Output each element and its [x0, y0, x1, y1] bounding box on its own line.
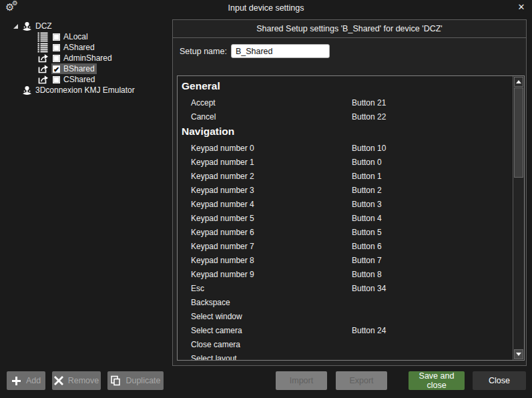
tree-item-cshared[interactable]: CShared	[0, 74, 168, 85]
tree-item-adminshared[interactable]: AdminShared	[0, 53, 168, 63]
checkbox-unchecked[interactable]	[53, 44, 60, 51]
duplicate-button[interactable]: Duplicate	[107, 371, 164, 390]
settings-row[interactable]: Select window	[178, 309, 513, 323]
export-button[interactable]: Export	[336, 371, 387, 390]
tree-item-label: DCZ	[35, 21, 52, 31]
tree-item-ashared[interactable]: AShared	[0, 42, 168, 53]
save-and-close-button-label: Save and close	[409, 371, 465, 390]
action-label: Esc	[191, 284, 204, 293]
checkbox-checked[interactable]	[53, 65, 60, 73]
action-label: Keypad number 9	[191, 270, 254, 279]
settings-row[interactable]: Keypad number 7Button 6	[178, 239, 513, 253]
action-label: Backspace	[191, 298, 230, 307]
tree-item-label: AdminShared	[63, 53, 112, 63]
checkbox-unchecked[interactable]	[53, 55, 60, 62]
settings-row[interactable]: Keypad number 8Button 7	[178, 253, 513, 267]
settings-row[interactable]: Keypad number 1Button 0	[178, 155, 513, 169]
binding-value: Button 1	[352, 172, 382, 181]
add-button[interactable]: Add	[7, 371, 45, 390]
settings-row[interactable]: AcceptButton 21	[178, 95, 513, 110]
tree-item-alocal[interactable]: ALocal	[0, 31, 168, 42]
tree-item-label: ALocal	[63, 32, 88, 41]
tree-item-selection-zone[interactable]: ALocal	[51, 31, 90, 42]
binding-value: Button 2	[352, 186, 382, 195]
panel-header: Shared Setup settings 'B_Shared' for dev…	[173, 20, 526, 38]
settings-row[interactable]: Keypad number 5Button 4	[178, 211, 513, 225]
triangle-up-icon	[516, 80, 521, 83]
action-label: Accept	[191, 98, 216, 108]
settings-row[interactable]: Keypad number 4Button 3	[178, 197, 513, 211]
tree-item-selection-zone[interactable]: AdminShared	[51, 53, 114, 63]
action-label: Keypad number 2	[191, 172, 254, 181]
settings-row[interactable]: Keypad number 6Button 5	[178, 225, 513, 239]
close-button[interactable]: Close	[473, 371, 526, 390]
bindings-listbox: GeneralAcceptButton 21CancelButton 22Nav…	[177, 75, 525, 361]
action-label: Keypad number 1	[191, 158, 254, 167]
remove-button[interactable]: Remove	[52, 371, 101, 390]
binding-value: Button 10	[352, 144, 386, 153]
close-icon[interactable]: ✕	[516, 2, 527, 13]
scroll-up-button[interactable]	[514, 77, 523, 87]
tree-item-selection-zone[interactable]: CShared	[51, 74, 97, 85]
tree-item-label: CShared	[63, 75, 95, 84]
tree-item-selection-zone[interactable]: AShared	[51, 42, 97, 53]
scrollbar[interactable]	[513, 76, 524, 360]
save-and-close-button[interactable]: Save and close	[409, 371, 465, 390]
section-title-navigation: Navigation	[178, 124, 513, 141]
setup-name-input[interactable]	[231, 44, 330, 58]
duplicate-icon	[110, 375, 121, 386]
binding-value: Button 22	[352, 112, 386, 122]
scroll-down-button[interactable]	[514, 349, 523, 359]
settings-row[interactable]: Keypad number 3Button 2	[178, 183, 513, 197]
scroll-thumb[interactable]	[514, 87, 523, 178]
window-title: Input device settings	[0, 3, 532, 13]
settings-row[interactable]: Close camera	[178, 337, 513, 351]
tree-item-label: 3Dconnexion KMJ Emulator	[35, 85, 135, 95]
duplicate-button-label: Duplicate	[125, 376, 160, 385]
settings-row[interactable]: Select cameraButton 24	[178, 323, 513, 337]
tree-item-3dconnexion-kmj-emulator[interactable]: 3Dconnexion KMJ Emulator	[0, 85, 168, 95]
action-label: Select camera	[191, 326, 242, 335]
binding-value: Button 24	[352, 326, 386, 335]
action-label: Keypad number 3	[191, 186, 254, 195]
device-icon	[21, 21, 33, 31]
binding-value: Button 4	[352, 214, 382, 223]
checkbox-unchecked[interactable]	[53, 33, 60, 41]
tree-item-dcz[interactable]: DCZ	[0, 21, 168, 31]
share-icon	[37, 53, 49, 63]
device-icon	[21, 85, 33, 95]
settings-row[interactable]: CancelButton 22	[178, 110, 513, 124]
setup-name-label: Setup name:	[180, 47, 227, 56]
tree-item-label: BShared	[63, 64, 95, 73]
binding-value: Button 6	[352, 242, 382, 251]
settings-row[interactable]: Keypad number 0Button 10	[178, 141, 513, 155]
tree-item-bshared[interactable]: BShared	[0, 63, 168, 74]
settings-row[interactable]: Backspace	[178, 295, 513, 309]
list-icon	[37, 32, 49, 42]
action-label: Keypad number 7	[191, 242, 254, 251]
action-label: Select window	[191, 312, 242, 321]
action-label: Keypad number 4	[191, 200, 254, 209]
input-device-settings-window: { "titlebar": { "title": "Input device s…	[0, 0, 532, 398]
settings-row[interactable]: EscButton 34	[178, 281, 513, 295]
expander-triangle-icon[interactable]	[13, 24, 18, 29]
share-icon	[37, 64, 49, 74]
action-label: Keypad number 8	[191, 256, 254, 265]
plus-icon	[11, 376, 21, 386]
device-tree: DCZALocalASharedAdminSharedBSharedCShare…	[0, 21, 168, 95]
checkbox-unchecked[interactable]	[53, 76, 60, 83]
settings-row[interactable]: Select layout	[178, 351, 513, 361]
close-button-label: Close	[489, 376, 510, 385]
binding-value: Button 21	[352, 98, 386, 108]
settings-row[interactable]: Keypad number 9Button 8	[178, 267, 513, 281]
share-icon	[37, 75, 49, 85]
tree-item-label: AShared	[63, 43, 95, 52]
tree-item-selection-zone[interactable]: BShared	[51, 63, 97, 74]
binding-value: Button 5	[352, 228, 382, 237]
binding-value: Button 8	[352, 270, 382, 279]
binding-value: Button 34	[352, 284, 386, 293]
settings-row[interactable]: Keypad number 2Button 1	[178, 169, 513, 183]
import-button[interactable]: Import	[276, 371, 327, 390]
titlebar: ⚙ ⚙ Input device settings ✕	[0, 0, 532, 16]
x-icon	[54, 376, 63, 385]
